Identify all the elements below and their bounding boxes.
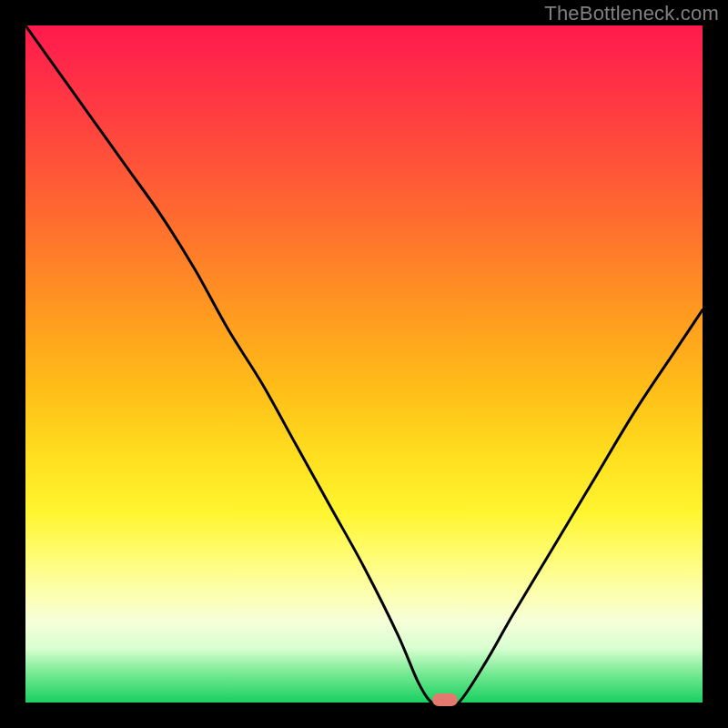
chart-frame: TheBottleneck.com xyxy=(0,0,728,728)
bottleneck-curve xyxy=(25,25,703,703)
plot-area xyxy=(25,25,703,703)
optimal-marker xyxy=(432,693,458,706)
watermark-text: TheBottleneck.com xyxy=(544,2,719,25)
